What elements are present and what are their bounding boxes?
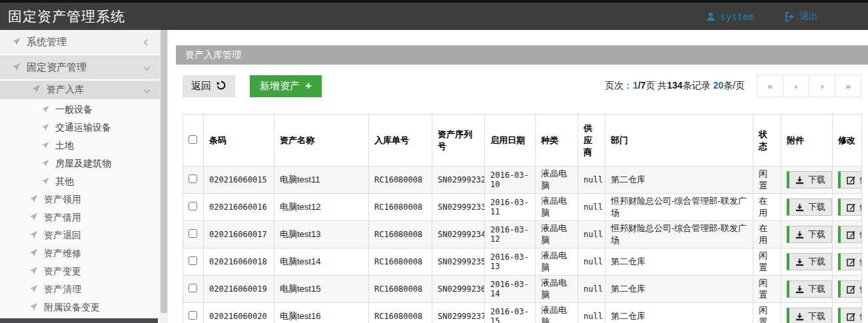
prev-page-button[interactable]: ‹	[783, 75, 809, 97]
download-button[interactable]: 下载	[787, 198, 832, 216]
page-prefix: 页次：	[605, 80, 633, 91]
edit-label: 修改	[859, 310, 862, 322]
sidebar-item-label: 其他	[55, 176, 74, 188]
edit-label: 修改	[859, 201, 862, 213]
edit-button[interactable]: 修改	[838, 253, 862, 270]
sidebar-item-asset-cleanup[interactable]: 资产清理	[0, 280, 160, 298]
sidebar-item-label: 资产维修	[44, 248, 81, 260]
sidebar-item-accessory-change[interactable]: 附属设备变更	[0, 298, 160, 316]
sidebar-item-asset-change[interactable]: 资产变更	[0, 262, 160, 280]
download-button[interactable]: 下载	[787, 253, 832, 270]
panel-header: 资产入库管理	[176, 45, 868, 65]
cell-barcode: 020216060019	[204, 276, 274, 303]
edit-button[interactable]: 修改	[838, 280, 862, 298]
sidebar-item-asset-inbound[interactable]: 资产入库	[0, 81, 160, 99]
download-button[interactable]: 下载	[787, 308, 832, 323]
sidebar-item-general-equipment[interactable]: 一般设备	[0, 101, 160, 119]
main-content: 资产入库管理 返回 新增资产 + 页次：1/7页 共134条记录 20条/页 «…	[168, 30, 868, 323]
cell-order-no: RC16080008	[369, 276, 432, 303]
header-serial: 资产序列号	[432, 115, 485, 166]
cell-name: 电脑test16	[274, 303, 369, 323]
app-title: 固定资产管理系统	[8, 7, 125, 26]
row-checkbox[interactable]	[189, 229, 197, 238]
row-checkbox[interactable]	[189, 311, 197, 320]
sidebar-item-asset-requisition[interactable]: 资产领用	[0, 190, 160, 208]
logout-link[interactable]: 退出	[785, 11, 818, 23]
cell-date: 2016-03-14	[485, 276, 536, 303]
select-all-checkbox[interactable]	[189, 135, 197, 144]
header-department: 部门	[606, 115, 753, 166]
cell-category: 液晶电脑	[536, 194, 578, 221]
last-page-button[interactable]: »	[835, 75, 861, 97]
sidebar-item-other[interactable]: 其他	[0, 172, 160, 190]
plus-icon: +	[305, 79, 312, 93]
header-supplier: 供应商	[578, 115, 606, 166]
nav-arrow-icon	[29, 248, 38, 259]
edit-button[interactable]: 修改	[838, 171, 862, 188]
cell-department: 第二仓库	[606, 248, 753, 276]
sidebar-item-label: 土地	[55, 140, 74, 152]
cell-order-no: RC16080008	[369, 248, 432, 276]
cell-order-no: RC16080008	[369, 221, 432, 248]
cell-supplier: null	[578, 166, 606, 194]
asset-table: 条码 资产名称 入库单号 资产序列号 启用日期 种类 供应商 部门 状态 附件 …	[183, 114, 862, 323]
download-button[interactable]: 下载	[787, 226, 832, 243]
nav-arrow-icon	[41, 141, 49, 151]
add-asset-button[interactable]: 新增资产 +	[250, 75, 322, 97]
cell-date: 2016-03-10	[485, 166, 536, 194]
sidebar-item-transport-equipment[interactable]: 交通运输设备	[0, 119, 160, 137]
sidebar-scrollbar[interactable]	[160, 30, 168, 323]
sidebar-item-label: 资产变更	[44, 266, 81, 278]
add-asset-label: 新增资产	[260, 80, 300, 93]
user-name: system	[720, 11, 754, 22]
download-icon	[795, 230, 804, 239]
download-button[interactable]: 下载	[787, 280, 832, 298]
cell-name: 电脑test11	[274, 166, 369, 194]
edit-icon	[847, 203, 855, 212]
cell-name: 电脑test14	[274, 248, 369, 276]
cell-serial: SN02999234	[432, 221, 485, 248]
pagination: 页次：1/7页 共134条记录 20条/页 « ‹ › »	[605, 75, 861, 97]
nav-arrow-icon	[41, 176, 49, 187]
cell-department: 恒邦财险总公司-综合管理部-联发广场	[606, 194, 753, 221]
sidebar-item-land[interactable]: 土地	[0, 137, 160, 155]
chevron-left-icon	[144, 39, 151, 45]
edit-button[interactable]: 修改	[838, 226, 862, 243]
row-checkbox[interactable]	[189, 284, 197, 292]
user-icon	[706, 12, 715, 21]
cell-status: 闲置	[753, 166, 781, 194]
header-edit: 修改	[833, 115, 863, 166]
cell-department: 第二仓库	[606, 276, 753, 303]
edit-button[interactable]: 修改	[838, 198, 862, 216]
cell-barcode: 020216060020	[204, 303, 274, 323]
per-page-count: 20	[713, 80, 724, 91]
row-checkbox[interactable]	[189, 174, 197, 183]
row-checkbox[interactable]	[189, 256, 197, 265]
cell-category: 液晶电脑	[536, 221, 578, 248]
sidebar-item-asset-repair[interactable]: 资产维修	[0, 244, 160, 262]
next-page-button[interactable]: ›	[809, 75, 835, 97]
table-header-row: 条码 资产名称 入库单号 资产序列号 启用日期 种类 供应商 部门 状态 附件 …	[183, 115, 863, 166]
first-page-button[interactable]: «	[757, 75, 783, 97]
sidebar-bottom-bar	[0, 318, 158, 323]
sidebar-item-asset-return[interactable]: 资产退回	[0, 226, 160, 244]
header-select	[183, 115, 204, 166]
sidebar-item-label: 系统管理	[27, 36, 67, 49]
sidebar-scrollbar-thumb[interactable]	[161, 30, 167, 313]
sidebar-item-asset-borrow[interactable]: 资产借用	[0, 208, 160, 226]
back-button[interactable]: 返回	[183, 75, 235, 97]
sidebar-item-label: 房屋及建筑物	[55, 158, 111, 170]
row-checkbox[interactable]	[189, 202, 197, 210]
sidebar-item-system-mgmt[interactable]: 系统管理	[0, 30, 160, 54]
nav-arrow-icon	[32, 85, 41, 95]
edit-button[interactable]: 修改	[838, 308, 862, 323]
download-button[interactable]: 下载	[787, 171, 832, 188]
sidebar-item-fixed-asset-mgmt[interactable]: 固定资产管理	[0, 55, 160, 79]
nav-arrow-icon	[29, 194, 38, 205]
total-prefix: 共	[657, 80, 667, 91]
user-menu[interactable]: system	[706, 11, 754, 22]
edit-label: 修改	[859, 256, 862, 268]
total-pages: /7	[638, 80, 646, 91]
cell-status: 闲置	[753, 248, 781, 276]
sidebar-item-buildings[interactable]: 房屋及建筑物	[0, 155, 160, 172]
